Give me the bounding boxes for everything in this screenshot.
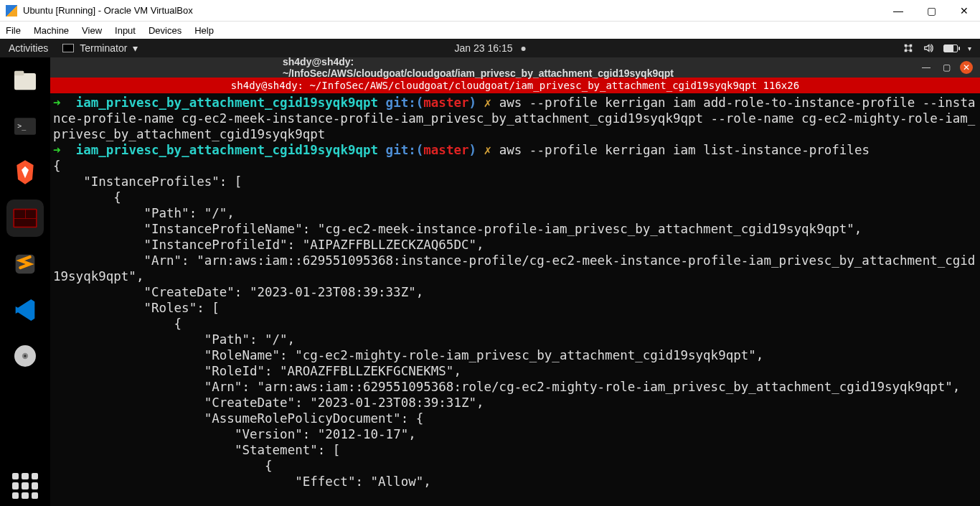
menu-devices[interactable]: Devices <box>149 25 182 36</box>
terminator-icon <box>62 44 74 52</box>
prompt-dir: iam_privesc_by_attachment_cgid19syqk9qpt <box>76 143 378 157</box>
dock-terminal[interactable]: >_ <box>6 108 44 145</box>
svg-point-11 <box>24 355 26 357</box>
chevron-down-icon: ▾ <box>968 44 971 52</box>
vbox-menubar: File Machine View Input Devices Help <box>0 22 980 39</box>
terminal-minimize-button[interactable]: — <box>920 61 933 74</box>
vbox-window-title: Ubuntu [Running] - Oracle VM VirtualBox <box>23 5 888 16</box>
menu-input[interactable]: Input <box>115 25 136 36</box>
dock-vscode[interactable] <box>6 291 44 329</box>
vbox-minimize-button[interactable]: — <box>888 5 908 17</box>
terminal-tab[interactable]: sh4dy@sh4dy: ~/InfoSec/AWS/cloudgoat/clo… <box>50 78 980 93</box>
app-menu[interactable]: Terminator ▾ <box>62 42 138 54</box>
prompt-dirty-icon: ✗ <box>484 143 492 157</box>
svg-rect-0 <box>14 73 36 90</box>
dock-files[interactable] <box>6 62 44 99</box>
terminal-titlebar[interactable]: sh4dy@sh4dy: ~/InfoSec/AWS/cloudgoat/clo… <box>50 57 980 78</box>
guest-desktop: >_ sh4dy@sh4dy: ~/InfoSec/AWS/cloudgoat/… <box>0 57 980 506</box>
vbox-maximize-button[interactable]: ▢ <box>921 5 941 17</box>
dock-sublime[interactable] <box>6 245 44 283</box>
battery-icon <box>943 44 958 52</box>
terminal-close-button[interactable]: ✕ <box>960 61 973 74</box>
virtualbox-icon <box>6 5 17 17</box>
prompt-dirty-icon: ✗ <box>484 95 492 110</box>
prompt-git-close: ) <box>469 95 477 110</box>
volume-icon <box>923 43 933 53</box>
clock-label: Jan 23 16:15 <box>455 42 513 54</box>
activities-button[interactable]: Activities <box>9 42 48 54</box>
prompt-git-open: git:( <box>386 95 424 110</box>
svg-rect-6 <box>26 210 36 218</box>
menu-help[interactable]: Help <box>194 25 214 36</box>
prompt-arrow: ➜ <box>53 143 61 157</box>
prompt-git-close: ) <box>469 143 477 157</box>
svg-text:>_: >_ <box>17 122 27 131</box>
menu-file[interactable]: File <box>6 25 21 36</box>
prompt-branch: master <box>423 143 468 157</box>
network-icon <box>903 43 913 53</box>
vbox-titlebar: Ubuntu [Running] - Oracle VM VirtualBox … <box>0 0 980 22</box>
menu-view[interactable]: View <box>82 25 102 36</box>
app-menu-label: Terminator <box>80 42 127 54</box>
ubuntu-dock: >_ <box>0 57 50 506</box>
svg-rect-1 <box>14 71 24 76</box>
notification-dot-icon <box>521 47 525 51</box>
prompt-dir: iam_privesc_by_attachment_cgid19syqk9qpt <box>76 95 378 110</box>
svg-rect-5 <box>14 210 25 218</box>
menu-machine[interactable]: Machine <box>34 25 69 36</box>
command-2: aws --profile kerrigan iam list-instance… <box>499 143 870 157</box>
prompt-git-open: git:( <box>386 143 424 157</box>
terminal-title: sh4dy@sh4dy: ~/InfoSec/AWS/cloudgoat/clo… <box>283 56 748 79</box>
system-tray[interactable]: ▾ <box>903 43 971 53</box>
svg-rect-7 <box>14 219 36 227</box>
dock-brave[interactable] <box>6 154 44 191</box>
terminal-window: sh4dy@sh4dy: ~/InfoSec/AWS/cloudgoat/clo… <box>50 57 980 506</box>
dock-terminator[interactable] <box>6 200 44 237</box>
prompt-branch: master <box>423 95 468 110</box>
clock[interactable]: Jan 23 16:15 <box>455 42 526 54</box>
prompt-arrow: ➜ <box>53 95 61 110</box>
dock-disc[interactable] <box>6 337 44 375</box>
chevron-down-icon: ▾ <box>133 42 138 54</box>
gnome-top-bar: Activities Terminator ▾ Jan 23 16:15 ▾ <box>0 39 980 57</box>
command-output: { "InstanceProfiles": [ { "Path": "/", "… <box>53 159 975 489</box>
terminal-maximize-button[interactable]: ▢ <box>940 61 953 74</box>
terminal-body[interactable]: ➜ iam_privesc_by_attachment_cgid19syqk9q… <box>50 93 980 506</box>
vbox-close-button[interactable]: ✕ <box>954 5 974 17</box>
dock-show-apps[interactable] <box>12 473 38 499</box>
